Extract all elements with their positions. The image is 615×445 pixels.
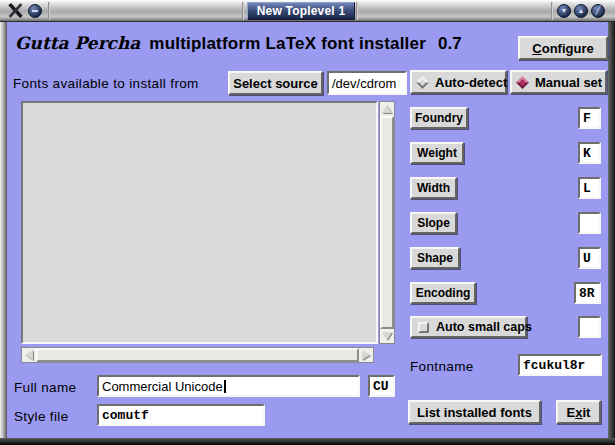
source-label: Fonts available to install from — [13, 76, 199, 91]
titlebar-divider — [48, 2, 50, 20]
app-header: Gutta Percha multiplatform LaTeX font in… — [15, 33, 462, 54]
app-title: multiplatform LaTeX font installer — [149, 34, 426, 54]
foundry-value: F — [583, 111, 591, 126]
brand-name: Gutta Percha — [15, 33, 140, 53]
arrow-right-icon — [362, 350, 370, 360]
application-window: New Toplevel 1 ▾ ▴ ╱ Gutta Percha multip… — [0, 0, 615, 445]
foundry-input[interactable]: F — [578, 107, 601, 129]
titlebar-divider — [242, 2, 244, 20]
auto-small-caps-label: Auto small caps — [436, 320, 532, 334]
full-name-input[interactable]: Commercial Unicode — [97, 375, 360, 397]
scroll-right-button[interactable] — [359, 348, 373, 362]
window-border-right — [608, 22, 615, 438]
titlebar[interactable]: New Toplevel 1 ▾ ▴ ╱ — [0, 0, 615, 22]
radio-manual-set[interactable]: Manual set — [510, 70, 607, 94]
close-button[interactable]: ╱ — [591, 4, 605, 18]
configure-button[interactable]: Configure — [518, 36, 608, 60]
x11-logo-icon — [7, 2, 24, 19]
style-file-input[interactable]: comutf — [97, 404, 265, 426]
exit-button[interactable]: Exit — [556, 400, 601, 424]
window-menu-button[interactable] — [28, 4, 42, 18]
width-input[interactable]: L — [578, 177, 601, 199]
fontname-label: Fontname — [410, 359, 474, 374]
window-title-text: New Toplevel 1 — [257, 4, 346, 18]
window-border-left — [0, 22, 7, 438]
fontname-value: fcukul8r — [523, 358, 585, 373]
arrow-up-icon — [382, 105, 392, 113]
encoding-button[interactable]: Encoding — [410, 282, 476, 304]
vertical-scrollbar[interactable] — [379, 101, 395, 344]
encoding-input[interactable]: 8R — [574, 282, 601, 304]
shape-input[interactable]: U — [578, 247, 601, 269]
window-menu-icon — [32, 10, 38, 12]
radio-indicator-selected-icon — [516, 76, 529, 89]
font-listbox[interactable] — [21, 101, 378, 344]
scroll-down-button[interactable] — [380, 329, 394, 343]
chevron-down-icon: ▾ — [562, 7, 566, 15]
titlebar-divider — [551, 2, 553, 20]
weight-button[interactable]: Weight — [410, 142, 464, 164]
weight-value: K — [583, 146, 591, 161]
short-name-value: CU — [373, 379, 389, 394]
chevron-up-icon: ▴ — [579, 7, 583, 15]
arrow-left-icon — [25, 350, 33, 360]
list-installed-fonts-button[interactable]: List installed fonts — [408, 400, 541, 424]
slope-input[interactable] — [578, 212, 601, 234]
window-border-bottom — [0, 438, 615, 445]
radio-indicator-icon — [416, 76, 429, 89]
scroll-up-button[interactable] — [380, 102, 394, 116]
horizontal-scrollbar-thumb[interactable] — [36, 348, 359, 362]
full-name-value: Commercial Unicode — [102, 379, 223, 394]
vertical-scrollbar-thumb[interactable] — [380, 116, 394, 329]
maximize-button[interactable]: ▴ — [574, 4, 588, 18]
radio-auto-detect-label: Auto-detect — [435, 75, 507, 90]
app-version: 0.7 — [438, 34, 462, 54]
close-icon: ╱ — [596, 7, 601, 15]
weight-input[interactable]: K — [578, 142, 601, 164]
short-name-input[interactable]: CU — [368, 375, 395, 397]
style-file-value: comutf — [102, 408, 149, 423]
horizontal-scrollbar[interactable] — [21, 347, 374, 363]
width-button[interactable]: Width — [410, 177, 457, 199]
small-caps-input[interactable] — [578, 316, 601, 338]
foundry-button[interactable]: Foundry — [410, 107, 468, 129]
window-title: New Toplevel 1 — [247, 2, 355, 20]
select-source-button[interactable]: Select source — [228, 71, 323, 95]
shape-value: U — [583, 251, 591, 266]
auto-small-caps-checkbox[interactable]: Auto small caps — [410, 316, 527, 338]
titlebar-divider — [356, 2, 358, 20]
fontname-input[interactable]: fcukul8r — [518, 354, 602, 376]
arrow-down-icon — [382, 332, 392, 340]
full-name-label: Full name — [14, 380, 76, 395]
checkbox-indicator-icon — [418, 322, 429, 333]
source-path-value: /dev/cdrom — [332, 76, 396, 91]
style-file-label: Style file — [14, 409, 69, 424]
width-value: L — [583, 181, 591, 196]
scroll-left-button[interactable] — [22, 348, 36, 362]
text-cursor — [224, 380, 226, 393]
slope-button[interactable]: Slope — [410, 212, 457, 234]
radio-auto-detect[interactable]: Auto-detect — [410, 70, 507, 94]
source-path-input[interactable]: /dev/cdrom — [327, 71, 407, 95]
shape-button[interactable]: Shape — [410, 247, 460, 269]
encoding-value: 8R — [579, 286, 595, 301]
radio-manual-set-label: Manual set — [535, 75, 602, 90]
shade-button[interactable]: ▾ — [557, 4, 571, 18]
